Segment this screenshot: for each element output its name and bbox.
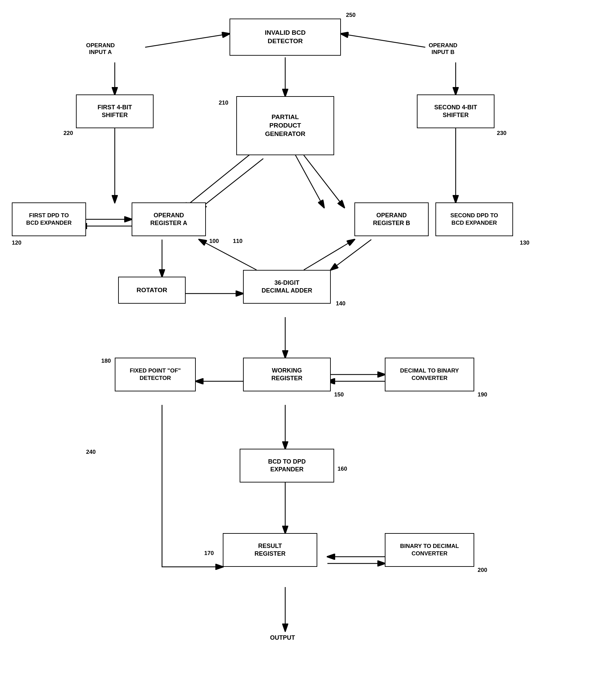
svg-line-7 (182, 152, 253, 209)
ref-210: 210 (219, 99, 228, 106)
ref-240: 240 (86, 449, 95, 455)
dec-to-bin-converter-block: DECIMAL TO BINARY CONVERTER (385, 358, 474, 392)
ref-180: 180 (101, 358, 111, 364)
invalid-bcd-label: INVALID BCD DETECTOR (265, 29, 306, 45)
svg-line-12 (341, 34, 425, 47)
ref-220: 220 (63, 130, 73, 137)
decimal-adder-block: 36-DIGIT DECIMAL ADDER (243, 270, 331, 304)
ref-140: 140 (336, 300, 345, 307)
svg-line-20 (304, 240, 354, 270)
partial-product-label: PARTIAL PRODUCT GENERATOR (265, 113, 306, 138)
second-4bit-label: SECOND 4-BIT SHIFTER (434, 104, 477, 119)
ref-150: 150 (334, 392, 344, 398)
second-dpd-expander-block: SECOND DPD TO BCD EXPANDER (435, 202, 513, 236)
svg-line-9 (294, 152, 324, 207)
ref-110: 110 (233, 238, 242, 245)
ref-200: 200 (478, 567, 487, 574)
bin-to-dec-label: BINARY TO DECIMAL CONVERTER (400, 542, 459, 557)
bcd-to-dpd-label: BCD TO DPD EXPANDER (268, 458, 306, 474)
bin-to-dec-converter-block: BINARY TO DECIMAL CONVERTER (385, 533, 474, 567)
operand-input-a-label: OPERAND INPUT A (86, 42, 115, 56)
first-dpd-expander-block: FIRST DPD TO BCD EXPANDER (12, 202, 86, 236)
ref-120: 120 (12, 240, 21, 246)
working-register-block: WORKING REGISTER (243, 358, 331, 392)
first-4bit-label: FIRST 4-BIT SHIFTER (97, 104, 132, 119)
output-label: OUTPUT (270, 634, 295, 641)
ref-100: 100 (209, 238, 219, 245)
rotator-block: ROTATOR (118, 277, 185, 304)
svg-line-10 (304, 155, 344, 207)
dec-to-bin-label: DECIMAL TO BINARY CONVERTER (400, 367, 459, 382)
partial-product-generator-block: PARTIAL PRODUCT GENERATOR (236, 96, 334, 155)
operand-register-a-block: OPERAND REGISTER A (132, 202, 206, 236)
operand-register-b-block: OPERAND REGISTER B (354, 202, 429, 236)
ref-190: 190 (478, 392, 487, 398)
svg-line-8 (199, 159, 263, 209)
ref-130: 130 (520, 240, 529, 246)
svg-line-31 (331, 240, 371, 270)
ref-160: 160 (337, 466, 347, 472)
second-4bit-shifter-block: SECOND 4-BIT SHIFTER (417, 94, 494, 128)
result-register-block: RESULT REGISTER (223, 533, 317, 567)
first-dpd-label: FIRST DPD TO BCD EXPANDER (26, 212, 72, 227)
fixed-point-detector-block: FIXED POINT "OF" DETECTOR (115, 358, 196, 392)
invalid-bcd-detector-block: INVALID BCD DETECTOR (229, 19, 341, 56)
ref-230: 230 (497, 130, 506, 137)
result-reg-label: RESULT REGISTER (255, 542, 286, 558)
second-dpd-label: SECOND DPD TO BCD EXPANDER (450, 212, 498, 227)
first-4bit-shifter-block: FIRST 4-BIT SHIFTER (76, 94, 154, 128)
svg-line-11 (145, 34, 229, 47)
operand-reg-a-label: OPERAND REGISTER A (150, 211, 187, 227)
fixed-point-label: FIXED POINT "OF" DETECTOR (130, 367, 181, 382)
operand-reg-b-label: OPERAND REGISTER B (373, 211, 410, 227)
decimal-adder-label: 36-DIGIT DECIMAL ADDER (262, 279, 312, 295)
rotator-label: ROTATOR (137, 286, 168, 294)
ref-170: 170 (204, 550, 214, 557)
ref-250: 250 (346, 12, 355, 19)
bcd-to-dpd-expander-block: BCD TO DPD EXPANDER (240, 449, 334, 483)
svg-line-19 (199, 240, 257, 270)
operand-input-b-label: OPERAND INPUT B (429, 42, 457, 56)
working-reg-label: WORKING REGISTER (271, 367, 303, 383)
